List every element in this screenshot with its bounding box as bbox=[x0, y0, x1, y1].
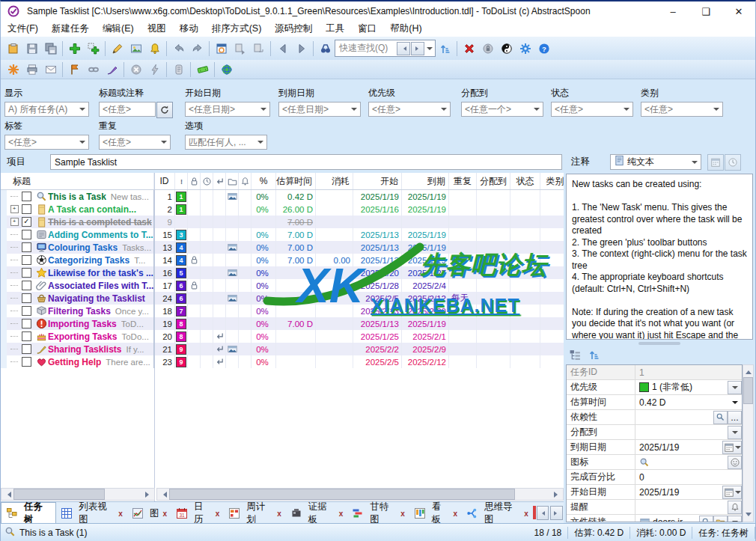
tree-expand-zone[interactable] bbox=[7, 272, 22, 273]
task-row[interactable]: Importing TasksToD...1980%7.00 D2025/1/1… bbox=[1, 317, 564, 330]
calendar-dropdown-button[interactable] bbox=[722, 486, 742, 499]
save-all-button[interactable] bbox=[41, 40, 60, 58]
hscrollbar-right[interactable] bbox=[156, 488, 564, 501]
task-row[interactable]: Filtering TasksOnce y...1870%2025/2/1320… bbox=[1, 305, 564, 317]
lock-column-icon[interactable] bbox=[188, 173, 201, 189]
tab-close-icon[interactable]: x bbox=[162, 510, 167, 518]
flag-button[interactable] bbox=[65, 61, 84, 79]
close-button[interactable]: ✕ bbox=[722, 1, 755, 21]
filter-refresh-button[interactable] bbox=[156, 102, 173, 118]
task-checkbox[interactable] bbox=[22, 242, 31, 252]
task-title-cell[interactable]: Sharing TasklistsIf y... bbox=[1, 343, 154, 355]
cleanup-brush-button[interactable] bbox=[103, 61, 121, 79]
col-header-title[interactable]: 标题 bbox=[1, 173, 154, 189]
tab-scroll-left-button[interactable] bbox=[537, 506, 549, 520]
tree-expand-zone[interactable] bbox=[7, 311, 22, 311]
expand-plus-box[interactable]: + bbox=[10, 205, 19, 213]
attribute-value[interactable]: 2025/1/19 bbox=[635, 440, 722, 454]
icon-picker-button[interactable] bbox=[728, 456, 742, 469]
menu-item[interactable]: 移动 bbox=[173, 21, 205, 37]
tab-思维导图[interactable]: 思维导图x bbox=[462, 504, 533, 523]
tab-close-icon[interactable]: x bbox=[118, 510, 123, 518]
menu-item[interactable]: 帮助(H) bbox=[383, 21, 428, 37]
menu-item[interactable]: 文件(F) bbox=[1, 21, 45, 37]
new-tasklist-button[interactable] bbox=[4, 40, 22, 58]
task-row[interactable]: +✓This is a completed task97.00 D bbox=[1, 216, 564, 228]
attribute-value[interactable]: 1 (非常低) bbox=[635, 380, 728, 394]
help-button[interactable]: ? bbox=[534, 40, 553, 58]
edit-title-button[interactable] bbox=[108, 40, 126, 58]
search-next-button[interactable] bbox=[411, 42, 424, 55]
save-button[interactable] bbox=[22, 40, 41, 58]
task-title-cell[interactable]: This is a TaskNew tas... bbox=[1, 190, 154, 203]
tree-expand-zone[interactable] bbox=[7, 196, 22, 197]
task-checkbox[interactable] bbox=[22, 192, 31, 201]
task-title-cell[interactable]: Associated Files with T... bbox=[1, 279, 154, 292]
open-file-button[interactable] bbox=[713, 516, 728, 523]
dropdown-button[interactable] bbox=[728, 426, 742, 439]
menu-item[interactable]: 排序方式(S) bbox=[205, 21, 269, 37]
new-subtask-button[interactable] bbox=[84, 40, 103, 58]
tab-close-icon[interactable]: x bbox=[216, 510, 220, 518]
attribute-value[interactable]: 1 bbox=[635, 365, 742, 379]
filter-combo[interactable]: <任意> bbox=[99, 102, 156, 117]
task-checkbox[interactable] bbox=[22, 268, 31, 278]
attribute-value[interactable]: 0.42 D bbox=[635, 395, 728, 409]
tab-close-icon[interactable]: x bbox=[277, 510, 281, 518]
search-dropdown-icon[interactable] bbox=[427, 47, 433, 53]
tree-expand-zone[interactable] bbox=[7, 247, 22, 248]
comments-attributes-splitter[interactable] bbox=[638, 342, 680, 345]
task-title-cell[interactable]: +✓This is a completed task bbox=[1, 216, 154, 228]
attribute-sort-icon[interactable] bbox=[585, 346, 603, 364]
task-title-cell[interactable]: Navigating the Tasklist bbox=[1, 292, 154, 305]
tab-图[interactable]: 图x bbox=[127, 504, 171, 523]
task-row[interactable]: Associated Files with T...1760%2025/1/28… bbox=[1, 279, 564, 292]
col-header-类别[interactable]: 类别 bbox=[540, 173, 564, 189]
task-row[interactable]: Likewise for the task's ...1650%2025/1/2… bbox=[1, 266, 564, 279]
attribute-layout-icon[interactable] bbox=[566, 346, 585, 364]
task-row[interactable]: Colouring TasksTasks...1340%7.00 D2025/1… bbox=[1, 241, 564, 254]
tab-close-icon[interactable]: x bbox=[400, 510, 405, 518]
menu-item[interactable]: 编辑(E) bbox=[96, 21, 141, 37]
calendar-dropdown-button[interactable] bbox=[722, 441, 742, 454]
attribute-value[interactable] bbox=[635, 425, 728, 439]
col-header-分配到[interactable]: 分配到 bbox=[477, 173, 510, 189]
bolt-button[interactable] bbox=[145, 61, 164, 79]
task-row[interactable]: Navigating the Tasklist2460%2025/2/52025… bbox=[1, 292, 564, 305]
tree-expand-zone[interactable] bbox=[7, 336, 22, 337]
task-row[interactable]: +A Task can contain...210%26.00 D2025/1/… bbox=[1, 203, 564, 216]
task-checkbox[interactable] bbox=[22, 344, 31, 354]
paste-sub-button[interactable] bbox=[249, 40, 268, 58]
task-title-cell[interactable]: Importing TasksToD... bbox=[1, 317, 154, 330]
web-button[interactable] bbox=[217, 61, 236, 79]
task-checkbox[interactable] bbox=[22, 255, 31, 265]
task-table-header[interactable]: 标题ID!%估算时间消耗开始到期重复分配到状态类别 bbox=[1, 173, 564, 190]
menu-item[interactable]: 窗口 bbox=[351, 21, 383, 37]
lookup-button[interactable] bbox=[713, 411, 728, 424]
filter-combo[interactable]: <任意一个> bbox=[461, 102, 543, 117]
redo-button[interactable] bbox=[188, 40, 207, 58]
col-header-id[interactable]: ID bbox=[154, 173, 175, 189]
filter-combo[interactable]: <任意日期> bbox=[185, 102, 270, 117]
tree-expand-zone[interactable] bbox=[7, 349, 22, 349]
col-header-重复[interactable]: 重复 bbox=[449, 173, 477, 189]
attribute-value[interactable]: 2025/1/19 bbox=[635, 485, 722, 499]
tab-日历[interactable]: 31日历x bbox=[171, 504, 224, 523]
task-checkbox[interactable] bbox=[22, 306, 31, 316]
task-checkbox[interactable] bbox=[22, 204, 31, 214]
tab-任务树[interactable]: 任务树 bbox=[1, 502, 56, 523]
filter-combo[interactable]: <任意> bbox=[368, 102, 451, 117]
tab-close-icon[interactable]: x bbox=[524, 510, 528, 518]
attributes-vscrollbar[interactable] bbox=[743, 364, 754, 522]
tab-周计划[interactable]: 周计划x bbox=[224, 504, 286, 523]
tree-expand-zone[interactable] bbox=[7, 298, 22, 299]
col-header-%[interactable]: % bbox=[252, 173, 276, 189]
quick-find-box[interactable]: 快速查找(Q) bbox=[335, 40, 436, 57]
set-icon-button[interactable] bbox=[126, 40, 145, 58]
template-spoke-button[interactable] bbox=[4, 61, 22, 79]
filter-combo[interactable]: A) 所有任务(A) bbox=[4, 102, 89, 117]
task-row[interactable]: Sharing TasklistsIf y...2190%2025/2/2202… bbox=[1, 343, 564, 355]
sort-button[interactable] bbox=[436, 40, 454, 58]
task-title-cell[interactable]: Exporting TasksToDo... bbox=[1, 330, 154, 343]
filter-combo[interactable]: <任意> bbox=[551, 102, 633, 117]
